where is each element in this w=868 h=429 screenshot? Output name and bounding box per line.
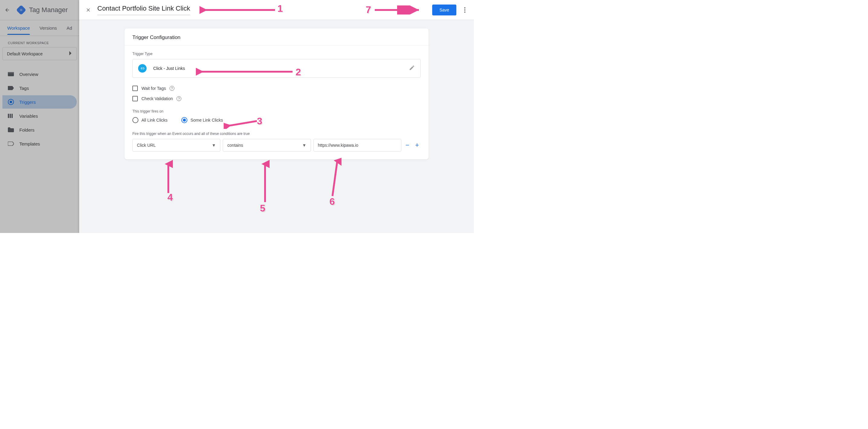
checkbox-icon[interactable] <box>132 96 138 102</box>
trigger-type-label: Trigger Type <box>132 52 421 56</box>
radio-icon[interactable] <box>181 117 187 123</box>
more-options-icon[interactable] <box>461 6 468 13</box>
check-validation-row[interactable]: Check Validation ? <box>132 95 421 105</box>
fires-on-radio-group: All Link Clicks Some Link Clicks <box>132 117 421 123</box>
help-icon[interactable]: ? <box>177 96 181 101</box>
svg-point-10 <box>464 9 465 10</box>
caret-down-icon: ▼ <box>212 143 216 148</box>
card-heading: Trigger Configuration <box>125 28 429 46</box>
edit-icon[interactable] <box>409 65 415 72</box>
condition-variable-dropdown[interactable]: Click URL ▼ <box>132 139 220 151</box>
trigger-type-name: Click - Just Links <box>153 66 185 71</box>
caret-down-icon: ▼ <box>302 143 306 148</box>
panel-actions: Save <box>432 4 468 16</box>
checkbox-icon[interactable] <box>132 86 138 91</box>
radio-label: Some Link Clicks <box>190 118 223 122</box>
radio-icon[interactable] <box>132 117 138 123</box>
remove-condition-button[interactable]: − <box>404 142 411 149</box>
help-icon[interactable]: ? <box>169 86 175 91</box>
condition-row: Click URL ▼ contains ▼ − + <box>132 139 421 151</box>
annotation-number-3: 3 <box>257 116 262 127</box>
svg-line-14 <box>228 121 257 126</box>
trigger-config-card: Trigger Configuration Trigger Type Click… <box>125 28 429 160</box>
condition-value-input[interactable] <box>313 139 401 151</box>
dropdown-value: contains <box>227 143 243 148</box>
annotation-arrow-1 <box>199 5 278 15</box>
annotation-number-6: 6 <box>330 196 335 207</box>
fires-on-label: This trigger fires on <box>132 109 421 113</box>
svg-point-9 <box>464 7 465 8</box>
trigger-name-input[interactable]: Contact Portfolio Site Link Click <box>97 4 190 15</box>
annotation-arrow-4 <box>164 160 173 196</box>
dropdown-value: Click URL <box>137 143 156 148</box>
link-icon <box>138 64 147 73</box>
check-validation-label: Check Validation <box>142 96 173 101</box>
annotation-arrow-5 <box>260 160 270 205</box>
annotation-number-7: 7 <box>366 4 371 16</box>
wait-for-tags-label: Wait for Tags <box>142 86 166 91</box>
annotation-arrow-6 <box>330 157 342 199</box>
wait-for-tags-row[interactable]: Wait for Tags ? <box>132 84 421 95</box>
trigger-edit-panel: Contact Portfolio Site Link Click Save T… <box>79 0 474 233</box>
close-button[interactable] <box>85 6 92 13</box>
annotation-number-1: 1 <box>277 3 283 14</box>
radio-some-link-clicks[interactable]: Some Link Clicks <box>181 117 223 123</box>
annotation-arrow-2 <box>196 67 296 76</box>
annotation-arrow-7 <box>375 5 423 15</box>
annotation-arrow-3 <box>224 119 260 129</box>
condition-label: Fire this trigger when an Event occurs a… <box>132 132 421 136</box>
condition-operator-dropdown[interactable]: contains ▼ <box>223 139 311 151</box>
annotation-number-4: 4 <box>167 192 173 203</box>
card-body: Trigger Type Click - Just Links Wait for… <box>125 46 429 160</box>
annotation-number-5: 5 <box>260 203 266 214</box>
annotation-number-2: 2 <box>296 66 301 78</box>
panel-body: Trigger Configuration Trigger Type Click… <box>79 20 474 168</box>
svg-point-11 <box>464 11 465 13</box>
add-condition-button[interactable]: + <box>413 142 421 149</box>
svg-line-17 <box>333 161 337 196</box>
radio-all-link-clicks[interactable]: All Link Clicks <box>132 117 167 123</box>
save-button[interactable]: Save <box>432 4 456 16</box>
radio-label: All Link Clicks <box>142 118 167 122</box>
